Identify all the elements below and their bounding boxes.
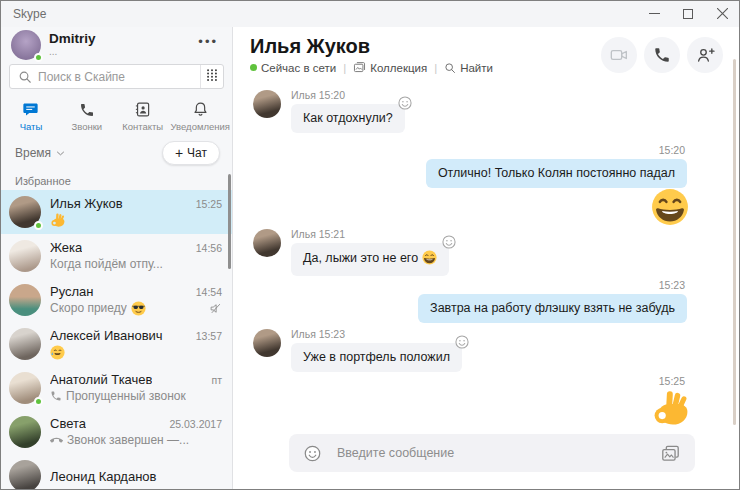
chat-header: Илья Жуков Сейчас в сети | Коллекция | Н…	[234, 27, 739, 85]
avatar	[9, 416, 41, 448]
online-status-dot	[34, 221, 43, 230]
message-outgoing: 15:20Отлично! Только Колян постоянно пад…	[253, 144, 687, 188]
message-incoming: Илья 15:23Уже в портфель положил	[253, 328, 687, 372]
message-bubble[interactable]: Да, лыжи это не его	[291, 243, 449, 276]
send-image-icon[interactable]	[660, 443, 681, 464]
tab-label: Контакты	[122, 121, 163, 132]
tab-calls[interactable]: Звонки	[59, 100, 115, 132]
message-incoming: Илья 15:20Как отдохнули?	[253, 89, 687, 133]
tab-contacts[interactable]: Контакты	[115, 100, 171, 132]
timestamp: 14:54	[190, 286, 222, 298]
cool-emoji	[131, 301, 146, 316]
conversation-item[interactable]: Илья Жуков15:25	[1, 190, 232, 234]
sidebar-scrollbar[interactable]	[228, 174, 231, 269]
avatar	[9, 284, 41, 316]
add-reaction-icon[interactable]	[397, 95, 413, 111]
profile-name: Dmitriy	[49, 31, 96, 46]
contact-name: Леонид Карданов	[50, 469, 157, 484]
ok-hand-emoji[interactable]	[651, 390, 689, 427]
message-author-time: Илья 15:23	[291, 328, 345, 340]
add-reaction-icon[interactable]	[454, 334, 470, 350]
avatar[interactable]	[11, 30, 41, 60]
ok-hand-emoji	[50, 213, 65, 228]
timestamp: 13:57	[190, 330, 222, 342]
message-preview: Скоро приеду	[50, 301, 127, 315]
maximize-icon	[683, 5, 693, 23]
skype-window: Skype Dmitriy ... ••• ЧатыЗвонкиКонтакты…	[0, 0, 740, 490]
close-icon	[717, 5, 728, 23]
section-favorites: Избранное	[1, 170, 232, 190]
missed-call-icon	[50, 390, 62, 402]
add-reaction-icon[interactable]	[441, 234, 457, 250]
profile-status: ...	[49, 46, 96, 58]
dialpad-button[interactable]	[200, 65, 223, 88]
new-chat-label: Чат	[187, 146, 207, 160]
tab-notifications[interactable]: Уведомления	[171, 100, 230, 132]
laugh-emoji	[422, 250, 437, 269]
avatar	[9, 372, 41, 404]
tab-label: Уведомления	[171, 121, 230, 132]
conversation-item[interactable]: Света25.03.2017Звонок завершен —...	[1, 410, 232, 454]
message-input[interactable]	[335, 445, 660, 461]
message-bubble[interactable]: Отлично! Только Колян постоянно падал	[426, 159, 687, 188]
contact-name: Илья Жуков	[50, 196, 123, 211]
tab-chats[interactable]: Чаты	[3, 100, 59, 132]
collection-button[interactable]: Коллекция	[353, 61, 427, 74]
minimize-button[interactable]	[637, 1, 671, 27]
title-bar[interactable]: Skype	[1, 1, 739, 27]
conversation-item[interactable]: Леонид Карданов	[1, 454, 232, 489]
conversation-item[interactable]: Алексей Иванович13:57	[1, 322, 232, 366]
avatar	[9, 460, 41, 489]
timestamp: 25.03.2017	[163, 418, 222, 430]
contact-name: Анатолий Ткачев	[50, 372, 152, 387]
add-person-button[interactable]	[687, 37, 723, 73]
video-call-button[interactable]	[601, 37, 637, 73]
avatar[interactable]	[253, 229, 281, 257]
collection-icon	[353, 61, 366, 74]
find-button[interactable]: Найти	[444, 62, 493, 74]
presence-status: Сейчас в сети	[250, 62, 336, 74]
message-bubble[interactable]: Как отдохнули?	[291, 104, 405, 133]
online-status-dot	[34, 53, 43, 62]
avatar[interactable]	[253, 90, 281, 118]
chevron-down-icon	[56, 151, 65, 156]
online-status-dot	[34, 397, 43, 406]
message-author-time: Илья 15:20	[291, 89, 345, 101]
message-author-time: Илья 15:21	[291, 228, 345, 240]
message-outgoing: 15:23Завтра на работу флэшку взять не за…	[253, 279, 687, 323]
search-icon	[18, 70, 32, 84]
chat-panel: Илья Жуков Сейчас в сети | Коллекция | Н…	[234, 27, 739, 489]
laugh-emoji[interactable]	[651, 188, 689, 226]
nav-tabs: ЧатыЗвонкиКонтактыУведомления	[1, 95, 232, 136]
chat-scrollbar[interactable]	[733, 59, 736, 425]
conversation-item[interactable]: Жека14:56Когда пойдём отпу...	[1, 234, 232, 278]
close-button[interactable]	[705, 1, 739, 27]
sort-label: Время	[15, 146, 51, 160]
timestamp: 15:25	[190, 198, 222, 210]
message-bubble[interactable]: Завтра на работу флэшку взять не забудь	[418, 294, 687, 323]
conversation-item[interactable]: Руслан14:54Скоро приеду	[1, 278, 232, 322]
voice-call-button[interactable]	[644, 37, 680, 73]
sort-by-time[interactable]: Время	[15, 146, 65, 160]
contact-name: Жека	[50, 240, 82, 255]
composer	[289, 434, 695, 472]
message-bubble[interactable]: Уже в портфель положил	[291, 343, 462, 372]
online-status-dot	[250, 64, 257, 71]
contact-name: Руслан	[50, 284, 94, 299]
maximize-button[interactable]	[671, 1, 705, 27]
profile-row[interactable]: Dmitriy ... •••	[1, 27, 232, 61]
message-incoming: Илья 15:21Да, лыжи это не его	[253, 228, 687, 276]
plus-icon: +	[175, 146, 183, 160]
message-time: 15:20	[659, 144, 687, 156]
avatar	[9, 328, 41, 360]
search-input[interactable]	[32, 70, 200, 84]
contact-name: Света	[50, 416, 86, 431]
more-menu-icon[interactable]: •••	[198, 35, 218, 48]
conversation-item[interactable]: Анатолий ТкачевптПропущенный звонок	[1, 366, 232, 410]
message-time: 15:25	[659, 375, 687, 387]
timestamp: 14:56	[190, 242, 222, 254]
avatar[interactable]	[253, 329, 281, 357]
emoticon-picker-icon[interactable]	[303, 444, 322, 463]
chat-bubble-icon	[22, 100, 39, 118]
new-chat-button[interactable]: + Чат	[162, 141, 220, 165]
